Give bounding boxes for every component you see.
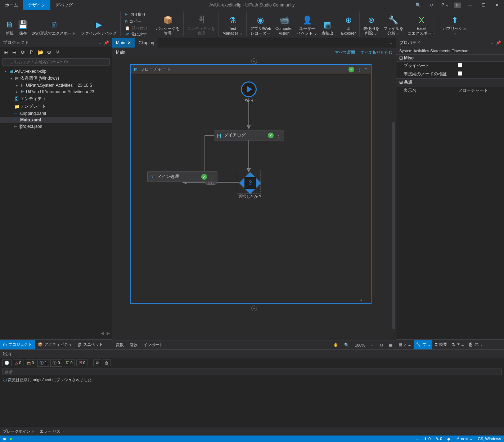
cv-button[interactable]: 📹Computer Vision — [273, 12, 295, 36]
filter-fail[interactable]: ☒0 — [76, 360, 87, 366]
tab-snippets[interactable]: 🗐スニペット — [75, 340, 106, 349]
new-button[interactable]: 🗎新規 — [4, 12, 16, 36]
filter-info[interactable]: ⓘ1 — [37, 359, 49, 367]
prop-section-common[interactable]: ⊟ 共通 — [396, 78, 504, 86]
rtab-data[interactable]: 🗄 デ… — [467, 340, 484, 349]
user-events-button[interactable]: 👤ユーザー イベント ⌄ — [295, 12, 319, 36]
app-web-recorder-button[interactable]: ◉アプリ/Web レコーダー — [248, 12, 273, 36]
doc-tabs-dropdown[interactable]: ⌄ — [385, 38, 396, 48]
scroll-left-icon[interactable]: ◀ — [101, 331, 104, 339]
pinned-icon[interactable]: 📌 — [104, 40, 109, 45]
user-badge[interactable]: HI — [454, 3, 461, 8]
activity-menu-icon[interactable]: ⋮ — [210, 174, 214, 179]
rtab-overview[interactable]: ≣ 概要 — [432, 340, 449, 349]
publish-button[interactable]: ⬆パブリッシュ ⌄ — [441, 12, 469, 36]
status-dropdown-icon[interactable]: ⌄ — [416, 437, 419, 441]
save-button[interactable]: 💾保存 — [16, 12, 30, 36]
menu-design[interactable]: デザイン — [23, 0, 50, 10]
analyze-file-button[interactable]: 🔧ファイルを 分析 ⌄ — [381, 12, 405, 36]
tree-dep1[interactable]: ▸⊢UiPath.System.Activities = 23.10.5 — [0, 82, 112, 89]
prop-validate[interactable]: 未接続のノードの検証 — [396, 70, 504, 78]
flowchart-container[interactable]: ⊟ フローチャート ✓ ⋮ ⌃ した — [130, 64, 372, 304]
prop-section-misc[interactable]: ⊟ Misc — [396, 54, 504, 62]
doc-tab-clipping[interactable]: Clipping — [135, 38, 158, 48]
imports-tab[interactable]: インポート — [143, 342, 163, 348]
tree-file-project-json[interactable]: ⊢ ⚫project.json — [0, 123, 112, 130]
tab-activities[interactable]: 📦アクティビティ — [35, 340, 75, 349]
dialog-activity[interactable]: [▫] ダイアログ ✓ ⋮ — [214, 130, 284, 140]
arguments-tab[interactable]: 引数 — [130, 342, 138, 348]
output-clear-icon[interactable]: 🗑 — [103, 360, 111, 366]
tab-breakpoints[interactable]: ブレークポイント — [3, 429, 35, 434]
tree-root[interactable]: ▾⊞AviUtl-exedit-clip — [0, 68, 112, 75]
maximize-icon[interactable]: ☐ — [477, 0, 490, 10]
close-tab-icon[interactable]: ✕ — [127, 40, 131, 45]
zoom-dropdown-icon[interactable]: ⌄ — [371, 343, 374, 347]
refresh-icon[interactable]: ⟳ — [19, 49, 27, 56]
tree-dependencies[interactable]: ▾⊟依存関係 (Windows) — [0, 75, 112, 82]
tree-templates[interactable]: 📁テンプレート — [0, 103, 112, 110]
activity-menu-icon[interactable]: ⋮ — [276, 133, 281, 138]
menu-home[interactable]: ホーム — [0, 0, 23, 10]
help-icon[interactable]: ? ⌄ — [438, 0, 452, 10]
table-extract-button[interactable]: ▦表抽出 — [319, 12, 336, 36]
main-proc-activity[interactable]: [▫] メイン処理 ✓ ⋮ — [147, 171, 217, 182]
filter-trace[interactable]: ⓘ0 — [50, 359, 62, 367]
pin-icon[interactable]: ⌄ — [98, 40, 102, 45]
add-bottom-icon[interactable]: + — [251, 305, 257, 311]
overview-icon[interactable]: ▦ — [389, 343, 392, 347]
add-top-icon[interactable]: + — [251, 58, 257, 64]
doc-tab-main[interactable]: Main✕ — [112, 38, 135, 48]
canvas-scrollbar[interactable] — [392, 122, 395, 329]
filter-ok[interactable]: ☑0 — [64, 360, 75, 366]
remove-unused-button[interactable]: ⊗未使用を 削除 ⌄ — [361, 12, 381, 36]
pan-icon[interactable]: ✋ — [333, 343, 338, 347]
status-edit[interactable]: ✎ 0 — [436, 437, 442, 441]
output-search-input[interactable] — [2, 369, 502, 375]
project-search-input[interactable] — [2, 58, 110, 66]
minimize-icon[interactable]: — — [463, 0, 477, 10]
zoom-level[interactable]: 100% — [355, 343, 365, 347]
menu-debug[interactable]: デバッグ — [50, 0, 78, 10]
variables-tab[interactable]: 変数 — [116, 342, 124, 348]
output-options-icon[interactable]: ⚙ — [93, 360, 101, 366]
show-all-icon[interactable]: 🗋 — [28, 49, 35, 56]
filter-warn[interactable]: ⬒0 — [25, 360, 36, 366]
feedback-icon[interactable]: ☺ — [425, 0, 438, 10]
breadcrumb[interactable]: Main — [116, 50, 125, 55]
flowchart-collapse-icon[interactable]: ⌃ — [364, 67, 368, 72]
pinned-icon[interactable]: 📌 — [496, 40, 501, 45]
tree-entities[interactable]: 🗄エンティティ — [0, 95, 112, 103]
undo-button[interactable]: ↶元に戻す — [125, 31, 148, 37]
prop-display-name[interactable]: 表示名フローチャート — [396, 86, 504, 95]
open-folder-icon[interactable]: 📂 — [37, 49, 44, 56]
close-icon[interactable]: ✕ — [490, 0, 504, 10]
prop-private[interactable]: プライベート — [396, 62, 504, 70]
status-plus-icon[interactable]: ⊕ — [3, 437, 6, 441]
pin-icon[interactable]: ⌄ — [490, 40, 494, 45]
copy-button[interactable]: ⎘コピー — [124, 18, 148, 24]
rtab-outline[interactable]: ▤ オ… — [396, 340, 414, 349]
cut-button[interactable]: ✂切り取り — [124, 12, 148, 18]
ui-explorer-button[interactable]: ⊕UI Explorer — [339, 12, 358, 36]
expand-icon[interactable]: ⊞ — [2, 49, 9, 56]
search-icon[interactable]: 🔍 — [411, 0, 425, 10]
filter-error[interactable]: △0 — [13, 360, 23, 366]
decision-node[interactable]: ? 選択したか？ — [238, 172, 262, 199]
debug-file-button[interactable]: ▶ファイルをデバッグ — [79, 12, 119, 36]
settings-icon[interactable]: ⚙ — [45, 49, 53, 56]
flowchart-menu-icon[interactable]: ⋮ — [357, 67, 361, 72]
filter-time[interactable]: 🕐 — [2, 360, 12, 366]
tree-file-main[interactable]: ⊢ UiMain.xaml — [0, 117, 112, 123]
test-manager-button[interactable]: ⚗Test Manager ⌄ — [220, 12, 244, 36]
package-manager-button[interactable]: 📦パッケージを 管理 — [154, 12, 182, 36]
collapse-icon[interactable]: ⊟ — [11, 49, 18, 56]
rtab-properties[interactable]: 🔧 プ… — [414, 340, 432, 349]
resize-grip-icon[interactable]: ◢ — [359, 298, 362, 302]
zoom-icon[interactable]: 🔍 — [344, 343, 349, 347]
start-node[interactable]: Start — [241, 81, 257, 103]
status-branch[interactable]: ⎇ next ⌄ — [455, 437, 473, 441]
filter-icon[interactable]: ⑂ — [54, 49, 61, 56]
entity-manager-button[interactable]: 🗄エンティティを 管理 — [185, 12, 217, 36]
tab-project[interactable]: 🗀プロジェクト — [0, 340, 35, 349]
